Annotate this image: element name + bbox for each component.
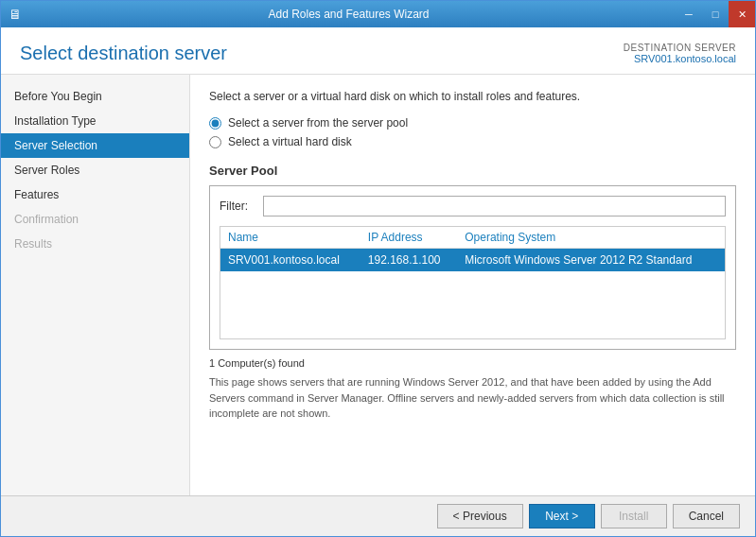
col-header-os[interactable]: Operating System: [457, 227, 725, 249]
sidebar-item-before-you-begin[interactable]: Before You Begin: [1, 84, 189, 109]
radio-vhd-input[interactable]: [209, 136, 221, 148]
sidebar-item-server-roles[interactable]: Server Roles: [1, 158, 189, 182]
radio-server-pool-input[interactable]: [209, 117, 221, 130]
col-header-name[interactable]: Name: [220, 227, 360, 249]
main-area: Select a server or a virtual hard disk o…: [190, 75, 755, 495]
page-title: Select destination server: [20, 43, 227, 64]
radio-option-server-pool[interactable]: Select a server from the server pool: [209, 116, 736, 130]
cell-name: SRV001.kontoso.local: [220, 249, 360, 272]
sidebar: Before You Begin Installation Type Serve…: [1, 75, 190, 495]
instruction-text: Select a server or a virtual hard disk o…: [209, 90, 736, 103]
sidebar-item-features[interactable]: Features: [1, 182, 189, 207]
filter-row: Filter:: [220, 196, 726, 217]
cell-ip: 192.168.1.100: [360, 249, 457, 272]
radio-option-vhd[interactable]: Select a virtual hard disk: [209, 135, 736, 148]
cell-os: Microsoft Windows Server 2012 R2 Standar…: [457, 249, 725, 272]
next-button[interactable]: Next >: [529, 504, 595, 528]
col-header-ip[interactable]: IP Address: [360, 227, 457, 249]
destination-server-info: DESTINATION SERVER SRV001.kontoso.local: [624, 43, 736, 64]
wizard-header: Select destination server DESTINATION SE…: [1, 27, 755, 75]
minimize-button[interactable]: ─: [676, 1, 702, 27]
server-pool-panel: Filter: Name IP Address Operating System: [209, 185, 736, 350]
table-header-row: Name IP Address Operating System: [220, 227, 725, 249]
server-table-container: Name IP Address Operating System SRV001.…: [220, 226, 726, 339]
wizard-window: 🖥 Add Roles and Features Wizard ─ □ ✕ Se…: [0, 0, 756, 537]
install-button[interactable]: Install: [601, 504, 667, 528]
server-pool-title: Server Pool: [209, 164, 736, 178]
destination-server-name: SRV001.kontoso.local: [624, 53, 736, 64]
wizard-footer: < Previous Next > Install Cancel: [1, 495, 755, 536]
pool-footer-count: 1 Computer(s) found: [209, 357, 736, 369]
filter-label: Filter:: [220, 199, 255, 213]
destination-server-label: DESTINATION SERVER: [624, 43, 736, 53]
radio-group: Select a server from the server pool Sel…: [209, 116, 736, 148]
radio-server-pool-label: Select a server from the server pool: [228, 116, 408, 130]
title-bar-controls: ─ □ ✕: [676, 1, 755, 27]
cancel-button[interactable]: Cancel: [673, 504, 740, 528]
sidebar-item-installation-type[interactable]: Installation Type: [1, 109, 189, 133]
wizard-body: Select destination server DESTINATION SE…: [1, 27, 755, 536]
title-bar-icon: 🖥: [9, 7, 22, 22]
restore-button[interactable]: □: [702, 1, 729, 27]
sidebar-item-confirmation: Confirmation: [1, 207, 189, 232]
pool-footer-note: This page shows servers that are running…: [209, 374, 736, 422]
wizard-content: Before You Begin Installation Type Serve…: [1, 75, 755, 495]
sidebar-item-results: Results: [1, 232, 189, 256]
server-table: Name IP Address Operating System SRV001.…: [220, 227, 725, 271]
radio-vhd-label: Select a virtual hard disk: [228, 135, 352, 148]
sidebar-item-server-selection[interactable]: Server Selection: [1, 133, 189, 158]
filter-input[interactable]: [263, 196, 726, 217]
close-button[interactable]: ✕: [729, 1, 755, 27]
table-row[interactable]: SRV001.kontoso.local 192.168.1.100 Micro…: [220, 249, 725, 272]
title-bar-title: Add Roles and Features Wizard: [22, 8, 676, 21]
previous-button[interactable]: < Previous: [437, 504, 523, 528]
title-bar: 🖥 Add Roles and Features Wizard ─ □ ✕: [1, 1, 755, 27]
